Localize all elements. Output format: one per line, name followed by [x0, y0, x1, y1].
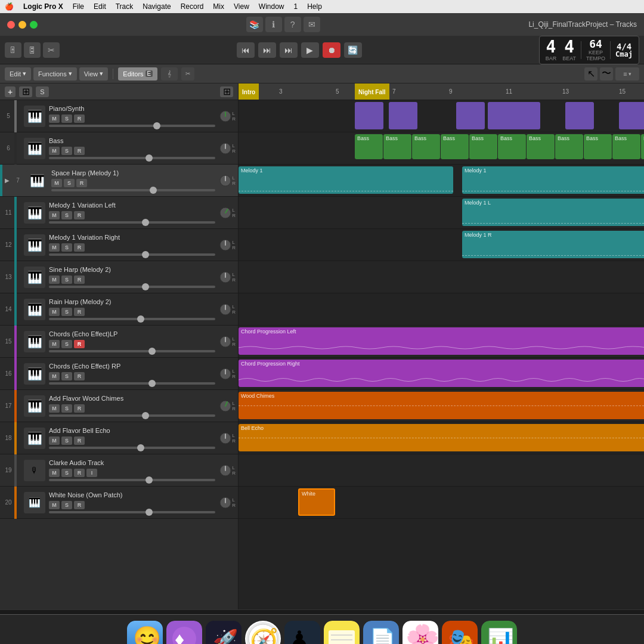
solo-button[interactable]: S — [61, 436, 72, 445]
solo-button[interactable]: S — [61, 372, 72, 380]
solo-button[interactable]: S — [61, 501, 72, 509]
menu-navigate[interactable]: Navigate — [143, 2, 171, 11]
region[interactable]: Bass — [641, 134, 644, 159]
record-enable-button[interactable]: R — [74, 340, 85, 348]
track-fader[interactable] — [49, 221, 215, 224]
fade-tool[interactable]: 〜 — [600, 67, 613, 80]
region[interactable]: Bass — [355, 134, 383, 159]
solo-button[interactable]: S — [61, 340, 72, 348]
track-fader[interactable] — [49, 479, 215, 481]
region[interactable] — [565, 102, 594, 129]
white-noise-region[interactable]: White — [298, 488, 335, 516]
region[interactable]: Chord Progression Right — [239, 360, 644, 387]
region[interactable]: Wood Chimes — [239, 392, 644, 419]
close-button[interactable] — [7, 21, 15, 29]
scissors-icon[interactable]: ✂ — [43, 42, 60, 58]
cycle-button[interactable]: 🔄 — [344, 42, 362, 58]
track-knob[interactable] — [219, 335, 232, 348]
edit-button[interactable]: Edit ▾ — [5, 67, 31, 80]
region[interactable] — [619, 102, 644, 129]
menu-help[interactable]: Help — [307, 2, 322, 11]
pointer-tool[interactable]: ↖ — [584, 67, 597, 80]
dock-steam[interactable]: ♟ — [284, 621, 320, 645]
region[interactable]: Bass — [612, 134, 640, 159]
group-button[interactable]: ⊞ — [19, 86, 32, 97]
region[interactable]: Chord Progression Left — [239, 327, 644, 355]
region[interactable]: Bass — [527, 134, 555, 159]
dock-keynote[interactable]: 🎭 — [442, 621, 478, 645]
play-button[interactable]: ▶ — [2, 165, 12, 196]
mute-button[interactable]: M — [49, 308, 60, 316]
track-knob[interactable] — [219, 110, 232, 123]
record-enable-button[interactable]: R — [74, 372, 85, 380]
track-knob[interactable] — [219, 496, 232, 509]
solo-button[interactable]: S — [61, 275, 72, 284]
region[interactable]: Bass — [383, 134, 411, 159]
record-enable-button[interactable]: R — [74, 501, 85, 509]
view-button[interactable]: View ▾ — [79, 67, 109, 80]
mute-button[interactable]: M — [49, 147, 60, 155]
record-enable-button[interactable]: R — [74, 404, 85, 413]
play-button[interactable]: ▶ — [301, 42, 319, 58]
record-enable-button[interactable]: R — [74, 114, 85, 123]
menu-edit[interactable]: Edit — [94, 2, 106, 11]
region[interactable]: Bass — [412, 134, 440, 159]
record-enable-button[interactable]: R — [74, 436, 85, 445]
rewind-button[interactable]: ⏮ — [237, 42, 255, 58]
expand-button[interactable]: ⊞ — [220, 86, 233, 97]
region[interactable]: Melody 1 L — [462, 199, 644, 226]
menu-view[interactable]: View — [234, 2, 249, 11]
to-end-button[interactable]: ⏭ — [280, 42, 298, 58]
functions-button[interactable]: Functions ▾ — [33, 67, 77, 80]
region[interactable]: Bass — [555, 134, 583, 159]
track-knob[interactable] — [219, 303, 232, 316]
smart-controls-icon[interactable]: 🎚 — [5, 42, 21, 58]
mute-button[interactable]: M — [49, 114, 60, 123]
track-fader[interactable] — [49, 350, 215, 352]
solo-button[interactable]: S — [61, 243, 72, 252]
menu-window[interactable]: Window — [259, 2, 284, 11]
mute-button[interactable]: M — [51, 179, 62, 187]
track-fader[interactable] — [49, 414, 215, 417]
dock-pages[interactable]: 📄 — [363, 621, 399, 645]
track-fader[interactable] — [49, 286, 215, 288]
track-fader[interactable] — [49, 511, 215, 513]
region[interactable]: Bass — [441, 134, 469, 159]
fast-forward-button[interactable]: ⏭ — [258, 42, 276, 58]
minimize-button[interactable] — [18, 21, 26, 29]
horizontal-scrollbar[interactable] — [0, 609, 644, 614]
dock-photos[interactable]: 🌸 — [402, 621, 438, 645]
record-enable-button[interactable]: R — [74, 275, 85, 284]
info-icon[interactable]: ℹ — [265, 17, 282, 32]
record-enable-button[interactable]: R — [74, 308, 85, 316]
region[interactable] — [355, 102, 383, 129]
record-button[interactable]: ⏺ — [323, 42, 340, 58]
region[interactable]: Bass — [584, 134, 612, 159]
app-name[interactable]: Logic Pro X — [23, 2, 63, 11]
track-knob[interactable] — [219, 239, 232, 252]
track-fader[interactable] — [49, 253, 215, 256]
mixer-icon[interactable]: 🎛 — [24, 42, 41, 58]
solo-button[interactable]: S — [61, 211, 72, 219]
mute-button[interactable]: M — [49, 404, 60, 413]
record-enable-button[interactable]: R — [74, 211, 85, 219]
maximize-button[interactable] — [30, 21, 38, 29]
region[interactable]: Melody 1 R — [462, 231, 644, 258]
mute-button[interactable]: M — [49, 501, 60, 509]
track-fader[interactable] — [49, 157, 215, 159]
editors-button[interactable]: Editors E — [118, 67, 157, 80]
dock-siri[interactable]: ♦ — [166, 621, 202, 645]
mute-button[interactable]: M — [49, 340, 60, 348]
track-knob[interactable] — [219, 174, 232, 187]
record-enable-button[interactable]: R — [74, 147, 85, 155]
midi-icon[interactable]: 𝄞 — [161, 67, 178, 80]
solo-button[interactable]: S — [61, 114, 72, 123]
dock-safari[interactable]: 🧭 — [245, 621, 281, 645]
menu-track[interactable]: Track — [116, 2, 134, 11]
record-enable-button[interactable]: R — [74, 243, 85, 252]
solo-button[interactable]: S — [64, 179, 75, 187]
track-fader[interactable] — [51, 189, 215, 191]
message-icon[interactable]: ✉ — [304, 17, 320, 32]
s-button[interactable]: S — [36, 86, 49, 97]
add-track-button[interactable]: + — [5, 86, 16, 97]
